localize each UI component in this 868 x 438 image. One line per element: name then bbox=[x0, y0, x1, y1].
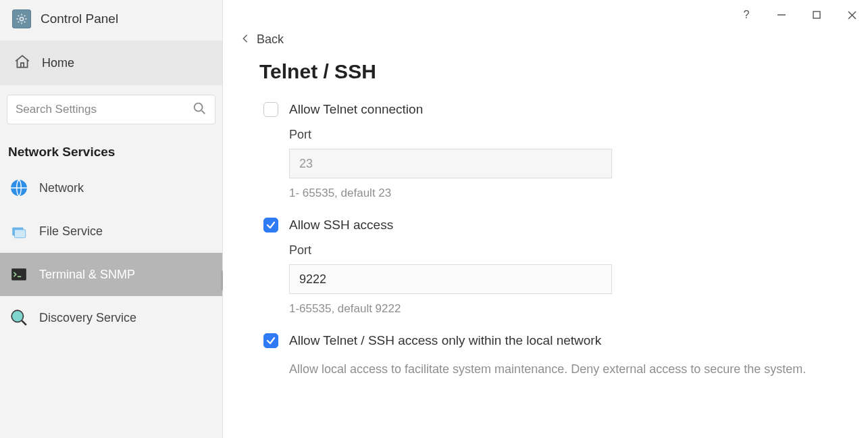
ssh-port-input[interactable] bbox=[289, 264, 612, 294]
back-label: Back bbox=[257, 32, 284, 47]
home-icon bbox=[14, 53, 31, 73]
svg-point-1 bbox=[195, 103, 203, 112]
chevron-left-icon bbox=[240, 32, 250, 47]
sidebar-item-network[interactable]: Network bbox=[0, 166, 222, 210]
sidebar-item-label: Discovery Service bbox=[39, 311, 136, 325]
app-title-row: Control Panel bbox=[0, 0, 222, 41]
help-button[interactable]: ? bbox=[737, 5, 756, 24]
option-local-only: Allow Telnet / SSH access only within th… bbox=[263, 333, 841, 348]
option-telnet-label: Allow Telnet connection bbox=[289, 102, 423, 117]
svg-rect-11 bbox=[813, 11, 820, 18]
option-telnet: Allow Telnet connection bbox=[263, 102, 841, 117]
checkbox-telnet[interactable] bbox=[263, 102, 278, 117]
ssh-port-group: Port 1-65535, default 9222 bbox=[289, 243, 841, 316]
option-ssh-label: Allow SSH access bbox=[289, 218, 393, 233]
app-icon bbox=[12, 9, 31, 28]
ssh-port-label: Port bbox=[289, 243, 841, 258]
sidebar-item-label: Terminal & SNMP bbox=[39, 268, 135, 282]
terminal-icon bbox=[9, 265, 28, 284]
content: Back Telnet / SSH Allow Telnet connectio… bbox=[223, 0, 868, 380]
maximize-button[interactable] bbox=[807, 5, 826, 24]
telnet-port-input[interactable] bbox=[289, 149, 612, 178]
option-local-only-label: Allow Telnet / SSH access only within th… bbox=[289, 333, 601, 348]
svg-point-8 bbox=[11, 310, 23, 322]
checkbox-local-only[interactable] bbox=[263, 333, 278, 348]
sidebar-home[interactable]: Home bbox=[0, 41, 222, 85]
sidebar-home-label: Home bbox=[42, 56, 74, 70]
sidebar: Control Panel Home Network Services bbox=[0, 0, 223, 438]
form-area: Allow Telnet connection Port 1- 65535, d… bbox=[263, 102, 841, 380]
svg-rect-5 bbox=[15, 230, 26, 238]
telnet-port-label: Port bbox=[289, 128, 841, 142]
search-wrap bbox=[0, 85, 222, 127]
folder-icon bbox=[9, 222, 28, 241]
sidebar-item-terminal-snmp[interactable]: Terminal & SNMP bbox=[0, 253, 222, 296]
search-box[interactable] bbox=[7, 95, 215, 124]
local-only-description: Allow local access to facilitate system … bbox=[289, 359, 823, 380]
svg-line-2 bbox=[202, 111, 205, 114]
telnet-port-group: Port 1- 65535, default 23 bbox=[289, 128, 841, 200]
main-panel: ? Back Telnet / SSH Allow Telnet connect… bbox=[223, 0, 868, 438]
search-icon bbox=[192, 101, 207, 118]
telnet-port-hint: 1- 65535, default 23 bbox=[289, 187, 841, 200]
sidebar-item-label: File Service bbox=[39, 224, 103, 239]
svg-point-0 bbox=[20, 17, 23, 20]
sidebar-item-label: Network bbox=[39, 181, 84, 195]
sidebar-item-discovery[interactable]: Discovery Service bbox=[0, 296, 222, 339]
svg-line-9 bbox=[22, 320, 26, 325]
window-controls: ? bbox=[737, 5, 861, 24]
magnifier-icon bbox=[9, 308, 28, 327]
globe-icon bbox=[9, 178, 28, 197]
svg-rect-6 bbox=[11, 268, 26, 280]
close-button[interactable] bbox=[842, 5, 861, 24]
checkbox-ssh[interactable] bbox=[263, 218, 278, 233]
ssh-port-hint: 1-65535, default 9222 bbox=[289, 302, 841, 316]
option-ssh: Allow SSH access bbox=[263, 218, 841, 233]
minimize-button[interactable] bbox=[772, 5, 791, 24]
search-input[interactable] bbox=[16, 103, 192, 116]
sidebar-section-header: Network Services bbox=[0, 127, 222, 166]
sidebar-item-file-service[interactable]: File Service bbox=[0, 210, 222, 253]
app-title: Control Panel bbox=[41, 11, 118, 26]
page-title: Telnet / SSH bbox=[259, 60, 841, 83]
back-button[interactable]: Back bbox=[240, 32, 841, 47]
